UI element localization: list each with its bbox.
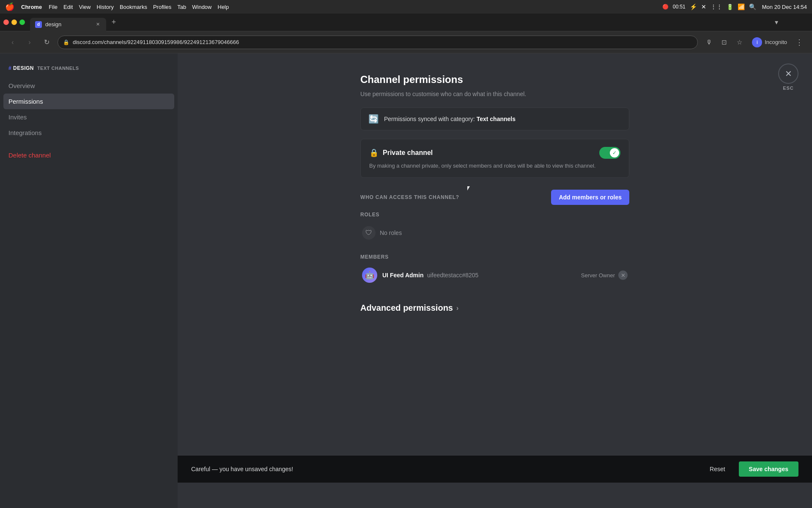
private-channel-desc: By making a channel private, only select… xyxy=(369,162,620,170)
synced-banner: 🔄 Permissions synced with category: Text… xyxy=(360,108,629,130)
x-icon: ✕ xyxy=(701,3,706,10)
who-can-access-label: WHO CAN ACCESS THIS CHANNEL? xyxy=(360,194,459,200)
menu-edit[interactable]: Edit xyxy=(63,4,73,10)
reload-button[interactable]: ↻ xyxy=(41,36,52,48)
menu-tab[interactable]: Tab xyxy=(177,4,186,10)
new-tab-button[interactable]: + xyxy=(108,17,120,28)
menu-items: File Edit View History Bookmarks Profile… xyxy=(49,4,229,10)
chrome-window: d design ✕ + ▾ ‹ › ↻ 🔒 discord.com/chann… xyxy=(0,14,812,508)
menubar-right: 🔴 00:51 ⚡ ✕ ⋮⋮ 🔋 📶 🔍 Mon 20 Dec 14:54 xyxy=(662,3,807,10)
unsaved-changes-bar: Careful — you have unsaved changes! Rese… xyxy=(178,455,812,483)
toggle-knob: ✓ xyxy=(610,148,619,157)
microphone-button[interactable]: 🎙 xyxy=(703,36,715,48)
sidebar-item-invites[interactable]: Invites xyxy=(3,109,174,125)
member-tag: uifeedtestacc#8205 xyxy=(427,272,478,279)
url-text: discord.com/channels/922491180309159986/… xyxy=(73,39,239,45)
tab-bar: d design ✕ + ▾ xyxy=(0,14,812,31)
add-members-button[interactable]: Add members or roles xyxy=(551,190,629,205)
profile-label: Incognito xyxy=(765,39,787,45)
server-owner-badge: Server Owner xyxy=(581,272,615,279)
profile-avatar: i xyxy=(752,37,762,47)
tab-close-button[interactable]: ✕ xyxy=(94,21,101,28)
apple-icon[interactable]: 🍎 xyxy=(5,2,14,11)
channel-name: DESIGN xyxy=(13,65,34,71)
window-controls xyxy=(3,19,25,25)
chevron-right-icon: › xyxy=(456,304,458,312)
no-roles-text: No roles xyxy=(380,229,402,236)
synced-text: Permissions synced with category: Text c… xyxy=(384,116,516,122)
tab-favicon: d xyxy=(35,21,42,28)
no-roles-icon: 🛡 xyxy=(362,226,376,240)
reset-button[interactable]: Reset xyxy=(703,462,732,476)
save-changes-button[interactable]: Save changes xyxy=(739,461,798,477)
member-row: 🤖 UI Feed Admin uifeedtestacc#8205 Serve… xyxy=(360,264,629,286)
back-button[interactable]: ‹ xyxy=(7,36,19,48)
advanced-permissions-label: Advanced permissions xyxy=(360,303,453,313)
member-name: UI Feed Admin xyxy=(382,272,424,279)
menu-bookmarks[interactable]: Bookmarks xyxy=(120,4,147,10)
channel-hash: # xyxy=(8,65,11,71)
close-window-button[interactable] xyxy=(3,19,9,25)
page-subtitle: Use permissions to customise who can do … xyxy=(360,91,629,97)
address-bar-actions: 🎙 ⊡ ☆ i Incognito ⋮ xyxy=(703,36,805,49)
private-channel-header: 🔒 Private channel ✓ xyxy=(369,147,620,159)
menu-help[interactable]: Help xyxy=(218,4,229,10)
minimize-window-button[interactable] xyxy=(11,19,17,25)
members-section: MEMBERS 🤖 UI Feed Admin uifeedtestacc#82… xyxy=(360,254,629,286)
roles-section: ROLES 🛡 No roles xyxy=(360,212,629,244)
esc-label: ESC xyxy=(783,86,794,91)
sidebar-nav: Overview Permissions Invites Integration… xyxy=(3,78,174,163)
maximize-window-button[interactable] xyxy=(19,19,25,25)
unsaved-message: Careful — you have unsaved changes! xyxy=(191,466,696,472)
wifi-icon: 📶 xyxy=(738,3,745,10)
forward-button[interactable]: › xyxy=(24,36,36,48)
time-display: Mon 20 Dec 14:54 xyxy=(762,4,807,10)
url-bar[interactable]: 🔒 discord.com/channels/92249118030915998… xyxy=(58,36,698,49)
who-can-access-section: WHO CAN ACCESS THIS CHANNEL? Add members… xyxy=(360,190,629,205)
members-title: MEMBERS xyxy=(360,254,629,260)
member-remove-button[interactable]: ✕ xyxy=(618,271,628,280)
battery-indicator: 🔴 xyxy=(662,4,669,10)
member-role: Server Owner ✕ xyxy=(581,271,628,280)
sidebar-item-overview[interactable]: Overview xyxy=(3,78,174,94)
profile-button[interactable]: i Incognito xyxy=(749,36,790,49)
tab-list-button[interactable]: ▾ xyxy=(775,18,778,26)
synced-category: Text channels xyxy=(477,116,516,122)
main-content: # DESIGN TEXT CHANNELS Overview Permissi… xyxy=(0,53,812,508)
tab-title: design xyxy=(45,21,61,28)
picture-in-picture-button[interactable]: ⊡ xyxy=(718,36,730,48)
battery-icon: 🔋 xyxy=(727,4,733,10)
bolt-icon: ⚡ xyxy=(690,3,697,10)
member-info: UI Feed Admin uifeedtestacc#8205 xyxy=(382,271,576,279)
menu-view[interactable]: View xyxy=(79,4,91,10)
content-inner: Channel permissions Use permissions to c… xyxy=(347,53,643,367)
private-channel-toggle[interactable]: ✓ xyxy=(599,147,620,159)
sidebar: # DESIGN TEXT CHANNELS Overview Permissi… xyxy=(0,53,178,508)
private-channel-label: Private channel xyxy=(383,149,433,157)
bookmark-button[interactable]: ☆ xyxy=(733,36,745,48)
search-icon[interactable]: 🔍 xyxy=(749,3,756,10)
app-name: Chrome xyxy=(21,4,42,10)
avatar-icon: 🤖 xyxy=(365,271,374,280)
menu-file[interactable]: File xyxy=(49,4,58,10)
sidebar-channel-header: # DESIGN TEXT CHANNELS xyxy=(3,62,174,75)
sidebar-item-permissions[interactable]: Permissions xyxy=(3,94,174,109)
sidebar-item-integrations[interactable]: Integrations xyxy=(3,125,174,141)
battery-time: 00:51 xyxy=(673,4,686,10)
address-bar: ‹ › ↻ 🔒 discord.com/channels/92249118030… xyxy=(0,31,812,53)
menu-history[interactable]: History xyxy=(96,4,113,10)
sync-icon: 🔄 xyxy=(368,114,379,124)
content-panel: ✕ ESC Channel permissions Use permission… xyxy=(178,53,812,508)
menu-window[interactable]: Window xyxy=(192,4,211,10)
menu-profiles[interactable]: Profiles xyxy=(153,4,171,10)
sidebar-item-delete-channel[interactable]: Delete channel xyxy=(3,147,174,163)
close-button-container: ✕ ESC xyxy=(778,64,798,91)
active-tab[interactable]: d design ✕ xyxy=(30,18,106,31)
page-title: Channel permissions xyxy=(360,74,629,86)
close-button[interactable]: ✕ xyxy=(778,64,798,84)
advanced-permissions-section[interactable]: Advanced permissions › xyxy=(360,300,629,316)
more-options-button[interactable]: ⋮ xyxy=(794,36,805,49)
lock-icon: 🔒 xyxy=(63,39,69,45)
member-avatar: 🤖 xyxy=(362,268,377,283)
private-channel-card: 🔒 Private channel ✓ By making a channel … xyxy=(360,139,629,178)
